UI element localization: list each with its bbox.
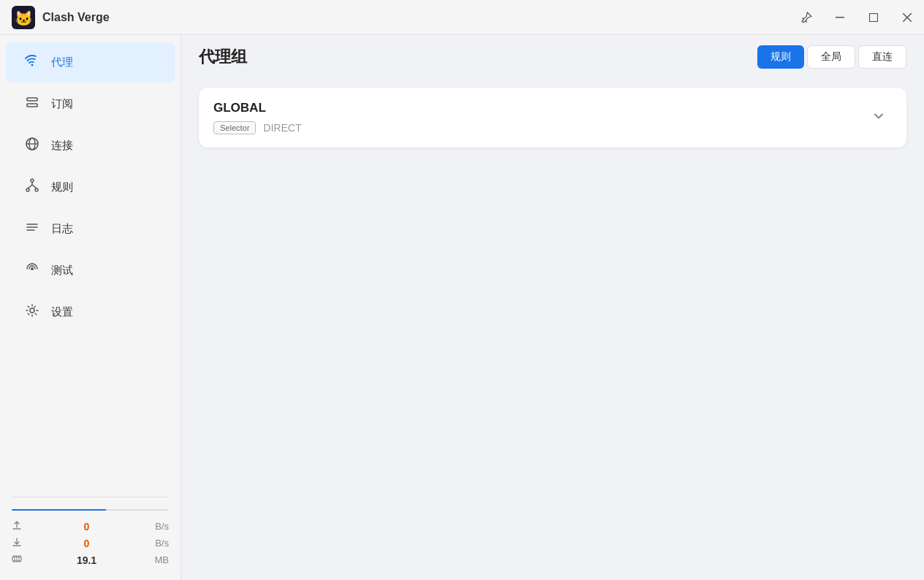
- sidebar-item-settings-label: 设置: [51, 305, 73, 319]
- proxy-card-left: GLOBAL Selector DIRECT: [213, 101, 301, 134]
- upload-stat-row: 0 B/s: [12, 518, 169, 535]
- sidebar-item-rules-label: 规则: [51, 180, 73, 194]
- sidebar-divider: [12, 497, 169, 497]
- proxy-group-name: GLOBAL: [213, 101, 301, 115]
- sidebar-stats: 0 B/s 0 B/s: [0, 503, 181, 580]
- list-icon: [23, 219, 41, 239]
- maximize-icon: [869, 13, 878, 22]
- svg-line-16: [28, 185, 32, 188]
- sidebar-item-subscribe[interactable]: 订阅: [6, 84, 175, 124]
- sidebar-item-test[interactable]: 测试: [6, 251, 175, 291]
- download-stat-row: 0 B/s: [12, 535, 169, 552]
- memory-value: 19.1: [26, 554, 147, 566]
- app-title: Clash Verge: [42, 11, 110, 24]
- mode-global-button[interactable]: 全局: [807, 45, 855, 69]
- proxy-group-card: GLOBAL Selector DIRECT: [199, 88, 906, 148]
- titlebar: 🐱 Clash Verge: [0, 0, 924, 35]
- download-value: 0: [26, 538, 147, 549]
- content-area: 代理组 规则 全局 直连 GLOBAL Selector DIRECT: [181, 35, 924, 580]
- sidebar-nav: 代理 订阅: [0, 35, 181, 491]
- svg-rect-8: [27, 104, 37, 107]
- svg-text:🐱: 🐱: [15, 9, 33, 27]
- proxy-current-value: DIRECT: [263, 122, 301, 134]
- titlebar-controls: [789, 0, 924, 34]
- sidebar-item-settings[interactable]: 设置: [6, 292, 175, 332]
- sidebar-item-logs-label: 日志: [51, 222, 73, 236]
- upload-value: 0: [26, 521, 147, 533]
- svg-point-21: [31, 267, 34, 270]
- proxy-card-meta: Selector DIRECT: [213, 121, 301, 134]
- sidebar-item-proxy[interactable]: 代理: [6, 42, 175, 83]
- sidebar-item-subscribe-label: 订阅: [51, 97, 73, 111]
- svg-point-6: [31, 64, 34, 66]
- proxy-expand-button[interactable]: [866, 106, 892, 130]
- mode-buttons: 规则 全局 直连: [757, 45, 906, 69]
- sidebar-item-rules[interactable]: 规则: [6, 167, 175, 207]
- pin-button[interactable]: [789, 0, 823, 35]
- fork-icon: [23, 178, 41, 197]
- stats-bar: [12, 509, 169, 511]
- sidebar-item-test-label: 测试: [51, 264, 73, 278]
- chevron-down-icon: [871, 109, 886, 123]
- proxy-type-badge: Selector: [213, 121, 256, 134]
- download-unit: B/s: [147, 538, 169, 549]
- page-title: 代理组: [199, 46, 247, 68]
- layers-icon: [23, 94, 41, 114]
- sidebar-item-logs[interactable]: 日志: [6, 209, 175, 249]
- mode-direct-button[interactable]: 直连: [858, 45, 906, 69]
- pin-icon: [800, 12, 812, 23]
- signal-icon: [23, 261, 41, 281]
- upload-icon: [12, 520, 26, 533]
- svg-point-13: [26, 188, 29, 191]
- upload-unit: B/s: [147, 521, 169, 532]
- sidebar-item-connections-label: 连接: [51, 139, 73, 153]
- gear-icon: [23, 302, 41, 322]
- sidebar-item-connections[interactable]: 连接: [6, 126, 175, 166]
- svg-point-12: [31, 179, 34, 182]
- svg-rect-2: [836, 17, 844, 18]
- globe-icon: [23, 136, 41, 156]
- titlebar-left: 🐱 Clash Verge: [12, 6, 110, 29]
- sidebar: 代理 订阅: [0, 35, 181, 580]
- svg-rect-7: [27, 98, 37, 101]
- minimize-icon: [836, 17, 844, 18]
- svg-rect-3: [870, 13, 878, 21]
- svg-point-22: [30, 308, 34, 313]
- mode-rules-button[interactable]: 规则: [757, 45, 804, 69]
- memory-stat-row: 19.1 MB: [12, 552, 169, 568]
- svg-point-14: [35, 188, 38, 191]
- memory-unit: MB: [147, 554, 169, 565]
- proxy-content: GLOBAL Selector DIRECT: [181, 79, 924, 580]
- main-layout: 代理 订阅: [0, 35, 924, 580]
- close-button[interactable]: [890, 0, 924, 35]
- app-logo: 🐱: [12, 6, 35, 29]
- memory-icon: [12, 554, 26, 566]
- content-header: 代理组 规则 全局 直连: [181, 35, 924, 79]
- close-icon: [903, 13, 912, 22]
- maximize-button[interactable]: [857, 0, 890, 35]
- download-icon: [12, 537, 26, 549]
- svg-line-17: [32, 185, 37, 188]
- wifi-icon: [23, 53, 41, 72]
- minimize-button[interactable]: [823, 0, 857, 35]
- sidebar-item-proxy-label: 代理: [51, 56, 73, 69]
